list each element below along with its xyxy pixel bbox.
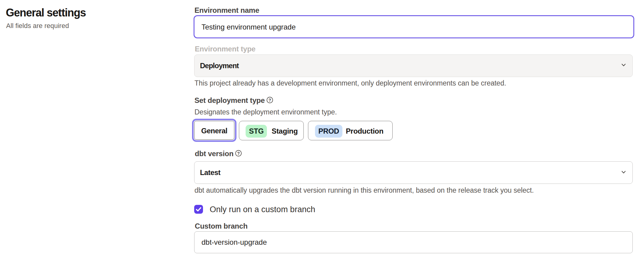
svg-text:?: ? <box>268 98 271 103</box>
svg-text:?: ? <box>237 151 240 156</box>
